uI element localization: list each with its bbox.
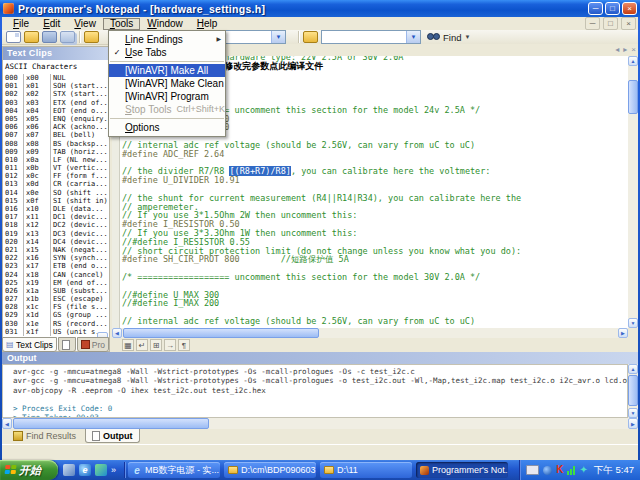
menu-help[interactable]: Help <box>190 18 225 30</box>
menu-item-4[interactable]: [WinAVR] Make Clean <box>109 77 225 90</box>
scroll-left-icon[interactable]: ◀ <box>112 328 122 338</box>
clip-row[interactable]: 015x0fSI (shift in) <box>3 197 109 205</box>
scroll-right-icon[interactable]: ▶ <box>628 418 638 429</box>
clip-row[interactable]: 027x1bESC (escape) <box>3 295 109 303</box>
clip-row[interactable]: 023x17ETB (end o... <box>3 262 109 270</box>
clip-row[interactable]: 026x1aSUB (subst... <box>3 287 109 295</box>
output-hscrollbar[interactable]: ◀ ▶ <box>2 418 638 429</box>
find-button[interactable]: Find ▼ <box>427 30 470 44</box>
menu-item-3[interactable]: [WinAVR] Make All <box>109 64 225 77</box>
clip-row[interactable]: 013x0dCR (carria... <box>3 180 109 188</box>
browse-button[interactable] <box>303 31 318 43</box>
clip-row[interactable]: 024x18CAN (cancel) <box>3 271 109 279</box>
start-button[interactable]: 开始 <box>0 460 58 480</box>
input-method-tray-icon[interactable] <box>526 465 539 475</box>
network-signal-tray-icon[interactable] <box>567 466 575 475</box>
find-dropdown-caret-icon[interactable]: ▼ <box>464 34 470 40</box>
clip-row[interactable]: 010x0aLF (NL new... <box>3 156 109 164</box>
editor-option-icon-3[interactable]: → <box>164 339 176 351</box>
tab-text-clips[interactable]: ▤ Text Clips <box>2 337 57 352</box>
editor-vscroll-thumb[interactable] <box>628 80 638 114</box>
quick-launch-ie-icon[interactable]: e <box>79 464 91 476</box>
clip-row[interactable]: 019x13DC3 (devic... <box>3 230 109 238</box>
tab-document[interactable] <box>58 337 76 352</box>
restore-button[interactable]: □ <box>605 2 620 15</box>
clip-row[interactable]: 009x09TAB (horiz... <box>3 148 109 156</box>
clip-row[interactable]: 003x03ETX (end of... <box>3 99 109 107</box>
tab-projects[interactable]: Pro <box>77 337 109 352</box>
media-player-tray-icon[interactable] <box>543 466 552 475</box>
scroll-up-icon[interactable]: ▲ <box>628 364 638 374</box>
open-file-button[interactable] <box>24 31 39 43</box>
menu-tools[interactable]: Tools <box>103 18 140 30</box>
scroll-up-icon[interactable]: ▲ <box>628 56 638 66</box>
clip-row[interactable]: 014x0eSO (shift ... <box>3 189 109 197</box>
clip-row[interactable]: 012x0cFF (form f... <box>3 172 109 180</box>
editor-option-icon-0[interactable]: ▦ <box>122 339 134 351</box>
clip-row[interactable]: 028x1cFS (file s... <box>3 303 109 311</box>
quick-launch-icon-3[interactable] <box>95 464 107 476</box>
scroll-down-icon[interactable]: ▼ <box>628 318 638 328</box>
chevron-down-icon[interactable]: ▼ <box>271 31 285 43</box>
output-vscrollbar[interactable]: ▲ ▼ <box>628 364 638 418</box>
messenger-star-tray-icon[interactable]: ✦ <box>579 465 587 475</box>
editor-vscrollbar[interactable]: ▲ ▼ <box>628 56 638 328</box>
tab-output[interactable]: Output <box>85 429 140 443</box>
menu-item-5[interactable]: [WinAVR] Program <box>109 90 225 103</box>
tab-scroll-left-icon[interactable]: ◂ <box>615 45 619 55</box>
taskbar-button[interactable]: D:\cm\BDP090603 <box>224 462 316 478</box>
clip-row[interactable]: 002x02STX (start... <box>3 90 109 98</box>
clip-row[interactable]: 030x1eRS (record... <box>3 320 109 328</box>
taskbar-button[interactable]: Programmer's Not... <box>416 462 508 478</box>
clip-row[interactable]: 021x15NAK (negat... <box>3 246 109 254</box>
taskbar-button[interactable]: eMB数字电源 - 实... <box>128 462 220 478</box>
menu-item-8[interactable]: Options <box>109 121 225 134</box>
save-button[interactable] <box>42 31 57 43</box>
clip-row[interactable]: 020x14DC4 (devic... <box>3 238 109 246</box>
menu-file[interactable]: File <box>6 18 36 30</box>
mdi-minimize-button[interactable]: ─ <box>585 17 600 30</box>
clip-row[interactable]: 022x16SYN (synch... <box>3 254 109 262</box>
clip-row[interactable]: 005x05ENQ (enquiry... <box>3 115 109 123</box>
clip-row[interactable]: 004x04EOT (end o... <box>3 107 109 115</box>
menu-item-1[interactable]: ✓Use Tabs <box>109 46 225 59</box>
open-project-button[interactable] <box>84 31 99 43</box>
clip-row[interactable]: 007x07BEL (bell) <box>3 131 109 139</box>
tab-find-results[interactable]: Find Results <box>6 429 83 443</box>
clip-row[interactable]: 008x08BS (backsp... <box>3 140 109 148</box>
chevron-down-icon[interactable]: ▼ <box>406 31 420 43</box>
menu-edit[interactable]: Edit <box>36 18 67 30</box>
clip-row[interactable]: 025x19EM (end of... <box>3 279 109 287</box>
new-file-button[interactable] <box>6 31 21 43</box>
editor-option-icon-4[interactable]: ¶ <box>178 339 190 351</box>
taskbar-button[interactable]: D:\11 <box>320 462 412 478</box>
clip-row[interactable]: 011x0bVT (vertic... <box>3 164 109 172</box>
clip-set-name[interactable]: ASCII Characters <box>3 60 109 72</box>
tab-scroll-right-icon[interactable]: ▸ <box>623 45 627 55</box>
menu-view[interactable]: View <box>67 18 103 30</box>
menu-window[interactable]: Window <box>140 18 190 30</box>
clip-row[interactable]: 017x11DC1 (devic... <box>3 213 109 221</box>
clip-row[interactable]: 016x10DLE (data... <box>3 205 109 213</box>
quick-launch-icon-1[interactable] <box>63 464 75 476</box>
menu-item-0[interactable]: Line Endings▶ <box>109 33 225 46</box>
editor-hscroll-thumb[interactable] <box>123 328 319 338</box>
minimize-button[interactable]: ─ <box>588 2 603 15</box>
close-button[interactable]: × <box>622 2 637 15</box>
mdi-restore-button[interactable]: □ <box>603 17 618 30</box>
scroll-down-icon[interactable]: ▼ <box>628 408 638 418</box>
scroll-right-icon[interactable]: ▶ <box>618 328 628 338</box>
clip-row[interactable]: 031x1fUS (unit s... <box>3 328 109 336</box>
clip-row[interactable]: 006x06ACK (ackno... <box>3 123 109 131</box>
editor-hscrollbar[interactable]: ◀ ▶ <box>112 328 628 338</box>
clip-row[interactable]: 000x00NUL <box>3 74 109 82</box>
tab-close-icon[interactable]: × <box>631 45 636 55</box>
output-hscroll-thumb[interactable] <box>13 418 209 429</box>
editor-option-icon-1[interactable]: ↵ <box>136 339 148 351</box>
clip-row[interactable]: 001x01SOH (start... <box>3 82 109 90</box>
editor-option-icon-2[interactable]: ⊞ <box>150 339 162 351</box>
mdi-close-button[interactable]: × <box>621 17 636 30</box>
save-all-button[interactable] <box>60 31 75 43</box>
output-vscroll-thumb[interactable] <box>628 375 638 406</box>
search-combobox[interactable]: ▼ <box>321 30 421 44</box>
